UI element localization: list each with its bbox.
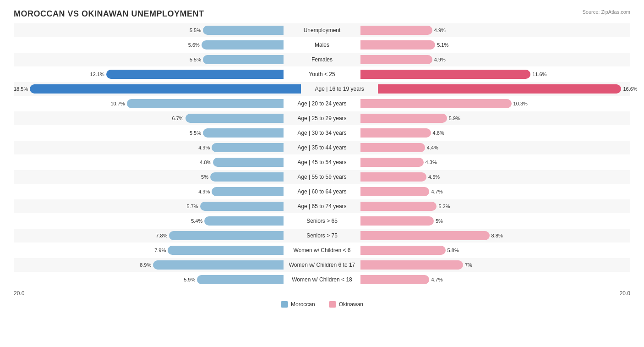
left-bar — [202, 40, 284, 50]
chart-row: 5.6% Males 5.1% — [14, 38, 630, 52]
right-value: 4.7% — [431, 277, 442, 282]
left-side: 7.9% — [14, 246, 285, 255]
right-side: 10.3% — [359, 99, 630, 108]
left-side: 4.8% — [14, 158, 285, 167]
right-bar — [360, 114, 447, 123]
row-label: Seniors > 75 — [285, 232, 359, 239]
right-value: 11.6% — [532, 72, 546, 77]
right-bar — [360, 158, 424, 167]
row-label: Age | 45 to 54 years — [285, 159, 359, 165]
right-side: 4.9% — [359, 26, 630, 35]
chart-row: 6.7% Age | 25 to 29 years 5.9% — [14, 111, 630, 125]
right-bar — [360, 275, 429, 284]
left-side: 12.1% — [14, 70, 285, 79]
right-side: 11.6% — [359, 70, 630, 79]
chart-row: 7.9% Women w/ Children < 6 5.8% — [14, 243, 630, 257]
right-value: 16.6% — [623, 86, 637, 92]
chart-row: 8.9% Women w/ Children 6 to 17 7% — [14, 258, 630, 272]
right-value: 7% — [465, 262, 472, 268]
chart-row: 5.5% Age | 30 to 34 years 4.8% — [14, 126, 630, 140]
left-side: 5.9% — [14, 275, 285, 284]
legend-okinawan: Okinawan — [329, 301, 363, 308]
right-bar — [360, 202, 437, 211]
left-side: 5% — [14, 172, 285, 182]
row-label: Unemployment — [285, 27, 359, 33]
left-bar — [210, 172, 284, 182]
left-bar — [30, 84, 301, 94]
chart-row: 18.5% Age | 16 to 19 years 16.6% — [14, 82, 630, 96]
left-bar — [203, 26, 284, 35]
right-side: 16.6% — [376, 84, 637, 94]
left-side: 5.6% — [14, 40, 285, 50]
left-bar — [204, 216, 284, 226]
left-bar — [203, 128, 284, 138]
right-value: 5.8% — [448, 248, 459, 253]
right-value: 4.5% — [428, 174, 440, 180]
right-bar — [360, 260, 463, 270]
row-label: Age | 55 to 59 years — [285, 174, 359, 180]
left-bar — [153, 260, 284, 270]
right-bar — [360, 216, 434, 226]
left-side: 18.5% — [14, 84, 303, 94]
left-bar — [168, 246, 284, 255]
right-bar — [360, 40, 435, 50]
chart-row: 5.7% Age | 65 to 74 years 5.2% — [14, 199, 630, 213]
axis-left-label: 20.0 — [14, 290, 322, 297]
right-side: 4.7% — [359, 187, 630, 196]
chart-row: 5.5% Females 4.9% — [14, 53, 630, 66]
moroccan-label: Moroccan — [291, 301, 315, 308]
row-label: Males — [285, 42, 359, 48]
left-side: 7.8% — [14, 231, 285, 240]
left-bar — [106, 70, 284, 79]
right-side: 4.7% — [359, 275, 630, 284]
row-label: Age | 60 to 64 years — [285, 188, 359, 195]
right-value: 4.9% — [434, 28, 446, 33]
right-value: 4.9% — [434, 57, 446, 62]
left-side: 5.5% — [14, 55, 285, 64]
left-bar — [213, 158, 284, 167]
chart-row: 12.1% Youth < 25 11.6% — [14, 67, 630, 81]
bottom-axis: 20.0 20.0 — [14, 290, 630, 297]
left-value: 5.4% — [191, 218, 202, 224]
left-bar — [203, 55, 284, 64]
right-bar — [360, 128, 431, 138]
left-value: 4.8% — [200, 160, 211, 165]
chart-row: 5.4% Seniors > 65 5% — [14, 214, 630, 228]
row-label: Seniors > 65 — [285, 218, 359, 224]
chart-row: 7.8% Seniors > 75 8.8% — [14, 229, 630, 242]
chart-row: 10.7% Age | 20 to 24 years 10.3% — [14, 97, 630, 110]
row-label: Women w/ Children 6 to 17 — [285, 262, 359, 268]
right-bar — [360, 231, 490, 240]
row-label: Age | 16 to 19 years — [303, 86, 376, 92]
left-side: 5.5% — [14, 128, 285, 138]
left-bar — [212, 143, 284, 152]
left-value: 7.9% — [154, 248, 166, 253]
okinawan-color-box — [329, 301, 336, 308]
right-side: 5.8% — [359, 246, 630, 255]
right-side: 4.8% — [359, 128, 630, 138]
legend-moroccan: Moroccan — [281, 301, 315, 308]
left-side: 4.9% — [14, 187, 285, 196]
row-label: Women w/ Children < 6 — [285, 247, 359, 253]
right-bar — [360, 99, 512, 108]
left-value: 4.9% — [198, 189, 210, 194]
left-value: 5.9% — [184, 277, 195, 282]
left-value: 5.5% — [190, 28, 201, 33]
right-value: 10.3% — [513, 101, 528, 106]
right-value: 4.8% — [433, 130, 444, 136]
right-bar — [360, 143, 425, 152]
right-value: 5.9% — [449, 116, 460, 121]
chart-row: 4.8% Age | 45 to 54 years 4.3% — [14, 155, 630, 169]
moroccan-color-box — [281, 301, 288, 308]
right-side: 4.4% — [359, 143, 630, 152]
chart-area: 5.5% Unemployment 4.9% 5.6% Males 5.1% 5… — [14, 23, 630, 286]
row-label: Age | 30 to 34 years — [285, 130, 359, 136]
chart-row: 5.5% Unemployment 4.9% — [14, 23, 630, 37]
chart-container: MOROCCAN VS OKINAWAN UNEMPLOYMENT Source… — [0, 0, 644, 347]
left-bar — [186, 114, 284, 123]
right-side: 4.5% — [359, 172, 630, 182]
left-side: 10.7% — [14, 99, 285, 108]
right-bar — [360, 187, 429, 196]
chart-row: 4.9% Age | 35 to 44 years 4.4% — [14, 141, 630, 154]
left-bar — [212, 187, 284, 196]
